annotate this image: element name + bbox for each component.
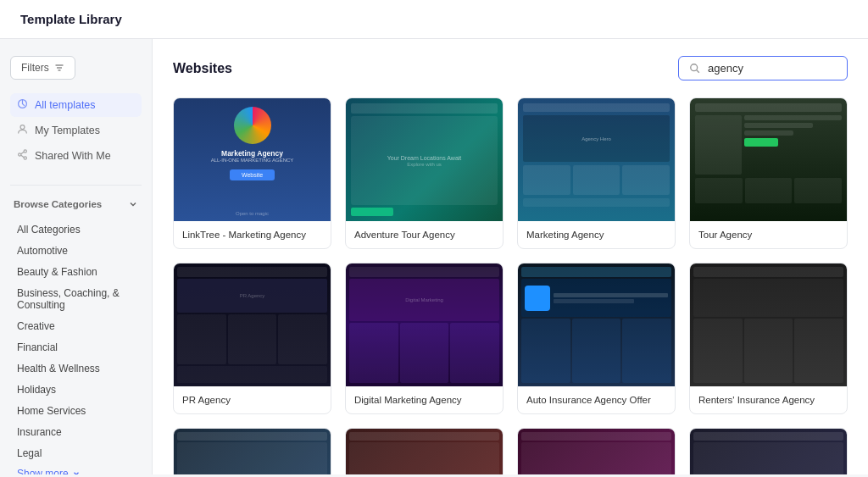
template-card-digital-marketing[interactable]: Digital Marketing Digital Marketing Agen… bbox=[345, 263, 504, 414]
filters-button[interactable]: Filters bbox=[10, 56, 75, 80]
filters-label: Filters bbox=[21, 62, 49, 74]
app-title: Template Library bbox=[20, 12, 848, 26]
category-home[interactable]: Home Services bbox=[10, 401, 142, 421]
category-business[interactable]: Business, Coaching, & Consulting bbox=[10, 283, 142, 315]
sidebar-item-label: My Templates bbox=[35, 125, 100, 136]
divider bbox=[10, 185, 142, 186]
template-label: Adventure Tour Agency bbox=[346, 221, 503, 248]
template-card-row3-3[interactable] bbox=[517, 428, 676, 474]
filters-icon bbox=[54, 63, 64, 73]
main-content: Websites Marketing Agency ALL-IN-ONE MAR… bbox=[153, 39, 868, 474]
svg-point-3 bbox=[19, 153, 21, 156]
template-card-linktree-marketing[interactable]: Marketing Agency ALL-IN-ONE MARKETING AG… bbox=[173, 97, 331, 249]
template-card-row3-1[interactable] bbox=[173, 428, 331, 474]
browse-categories-label: Browse Categories bbox=[14, 199, 102, 209]
show-more-button[interactable]: Show more bbox=[10, 464, 142, 474]
template-label: Digital Marketing Agency bbox=[346, 386, 503, 413]
template-label: Renters' Insurance Agency bbox=[690, 386, 847, 413]
sidebar-item-shared-with-me[interactable]: Shared With Me bbox=[10, 144, 142, 168]
template-card-row3-4[interactable] bbox=[689, 428, 848, 474]
category-insurance[interactable]: Insurance bbox=[10, 422, 142, 442]
template-label: Tour Agency bbox=[690, 221, 847, 248]
svg-point-4 bbox=[24, 157, 26, 159]
search-icon bbox=[689, 63, 701, 75]
category-all[interactable]: All Categories bbox=[10, 219, 142, 240]
sidebar-item-all-templates[interactable]: All templates bbox=[10, 93, 142, 117]
search-box bbox=[678, 56, 848, 80]
sidebar-item-label: Shared With Me bbox=[35, 150, 111, 162]
template-card-row3-2[interactable] bbox=[345, 428, 504, 474]
share-icon bbox=[17, 149, 28, 163]
svg-point-1 bbox=[20, 125, 25, 130]
template-card-tour[interactable]: Tour Agency bbox=[689, 97, 848, 249]
chevron-right-icon bbox=[72, 469, 81, 474]
sidebar-item-my-templates[interactable]: My Templates bbox=[10, 119, 142, 142]
template-card-pr[interactable]: PR Agency PR Agency bbox=[173, 263, 331, 414]
main-layout: Filters All templates bbox=[0, 39, 868, 474]
template-label: LinkTree - Marketing Agency bbox=[174, 221, 331, 248]
template-card-adventure[interactable]: Your Dream Locations AwaitExplore with u… bbox=[345, 97, 504, 249]
sidebar-item-label: All templates bbox=[35, 99, 96, 111]
template-card-auto-insurance[interactable]: Auto Insurance Agency Offer bbox=[517, 263, 676, 414]
grid-icon bbox=[17, 98, 28, 112]
chevron-down-icon bbox=[128, 199, 138, 209]
svg-point-2 bbox=[24, 150, 26, 153]
templates-grid: Marketing Agency ALL-IN-ONE MARKETING AG… bbox=[173, 97, 848, 474]
template-label: Marketing Agency bbox=[518, 221, 675, 248]
category-health[interactable]: Health & Wellness bbox=[10, 358, 142, 379]
category-holidays[interactable]: Holidays bbox=[10, 380, 142, 400]
sidebar: Filters All templates bbox=[0, 39, 153, 474]
category-beauty[interactable]: Beauty & Fashion bbox=[10, 262, 142, 282]
template-label: PR Agency bbox=[174, 386, 331, 413]
browse-categories-header[interactable]: Browse Categories bbox=[10, 196, 142, 213]
section-title: Websites bbox=[173, 61, 232, 76]
user-icon bbox=[17, 124, 28, 137]
category-legal[interactable]: Legal bbox=[10, 443, 142, 463]
template-card-renters-insurance[interactable]: Renters' Insurance Agency bbox=[689, 263, 848, 414]
show-more-label: Show more bbox=[17, 468, 69, 474]
template-label: Auto Insurance Agency Offer bbox=[518, 386, 675, 413]
category-creative[interactable]: Creative bbox=[10, 316, 142, 336]
category-financial[interactable]: Financial bbox=[10, 337, 142, 358]
content-header: Websites bbox=[173, 56, 848, 80]
search-input[interactable] bbox=[708, 62, 837, 75]
svg-point-5 bbox=[691, 64, 698, 70]
template-card-marketing[interactable]: Agency Hero Marketing Agency bbox=[517, 97, 676, 249]
sidebar-nav: All templates My Templates bbox=[10, 93, 142, 168]
top-bar: Template Library bbox=[0, 0, 868, 39]
category-automotive[interactable]: Automotive bbox=[10, 241, 142, 261]
